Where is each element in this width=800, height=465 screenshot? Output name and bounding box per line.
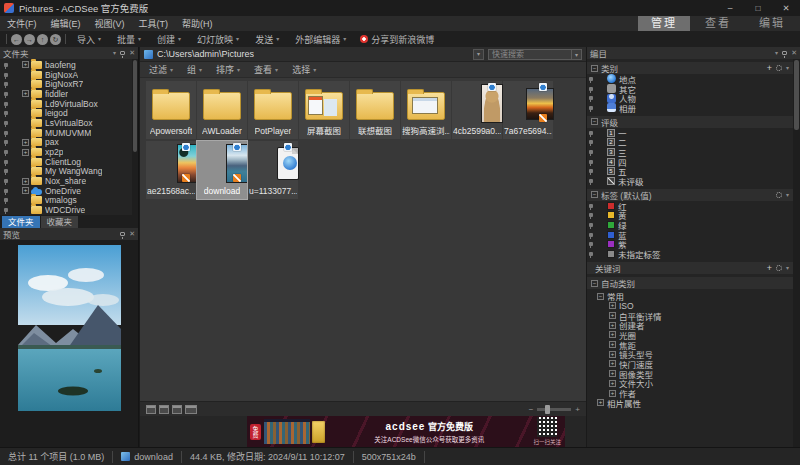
expand-icon[interactable]: + [609, 341, 616, 348]
easy-select-pin-icon[interactable] [589, 169, 593, 173]
collapse-icon[interactable]: − [591, 191, 598, 198]
easy-select-pin-icon[interactable] [589, 179, 593, 183]
preview-image[interactable] [18, 245, 121, 411]
toolbar-menu-button[interactable]: 批量 ▾ [109, 33, 149, 46]
auto-category-item[interactable]: + 白平衡详情 [587, 311, 793, 321]
photo-properties-item[interactable]: + 相片属性 [587, 398, 793, 408]
auto-category-item[interactable]: + 镜头型号 [587, 349, 793, 359]
expand-icon[interactable]: + [22, 61, 29, 68]
scrollbar-thumb[interactable] [794, 60, 799, 130]
folder-tree-item[interactable]: + ClientLog [0, 157, 138, 167]
expand-icon[interactable]: + [609, 390, 616, 397]
menu-item[interactable]: 文件(F) [0, 16, 44, 31]
zoom-slider-thumb[interactable] [545, 405, 550, 414]
easy-select-pin-icon[interactable] [4, 73, 8, 77]
easy-select-pin-icon[interactable] [589, 233, 593, 237]
menu-item[interactable]: 帮助(H) [175, 16, 220, 31]
easy-select-pin-icon[interactable] [4, 140, 8, 144]
toolbar-menu-button[interactable]: 创建 ▾ [149, 33, 189, 46]
folder-tree-item[interactable]: + MUMUVMM [0, 128, 138, 138]
folder-tree-item[interactable]: + Nox_share [0, 176, 138, 186]
thumbnails-view-icon[interactable] [159, 405, 169, 414]
minimize-icon[interactable]: – [716, 0, 744, 16]
expand-icon[interactable]: + [609, 302, 616, 309]
panel-menu-caret-icon[interactable]: ▾ [775, 50, 778, 56]
easy-select-pin-icon[interactable] [589, 213, 593, 217]
folder-tree-item[interactable]: + LsVirtualBox [0, 118, 138, 128]
catalog-scrollbar[interactable] [793, 59, 800, 447]
auto-hide-pin-icon[interactable] [782, 51, 787, 55]
mode-tab[interactable]: 编辑 [746, 16, 798, 31]
easy-select-pin-icon[interactable] [4, 92, 8, 96]
folder-tree-item[interactable]: + Ld9VirtualBox [0, 99, 138, 109]
share-weibo-button[interactable]: 分享到新浪微博 [354, 33, 440, 46]
easy-select-pin-icon[interactable] [4, 208, 8, 212]
nav-button-icon[interactable]: → [24, 34, 35, 45]
add-category-icon[interactable]: + [767, 64, 772, 73]
auto-category-item[interactable]: + 快门速度 [587, 359, 793, 369]
expand-icon[interactable]: + [609, 331, 616, 338]
collapse-icon[interactable]: − [591, 118, 598, 125]
preview-toggle-icon[interactable] [185, 405, 197, 414]
easy-select-pin-icon[interactable] [589, 242, 593, 246]
add-keyword-icon[interactable]: + [767, 264, 772, 273]
filter-menu-button[interactable]: 组 ▾ [187, 63, 202, 76]
file-tile[interactable]: Apowersoft [146, 81, 196, 139]
easy-select-pin-icon[interactable] [4, 160, 8, 164]
nav-button-icon[interactable]: ↑ [37, 34, 48, 45]
folder-tree-item[interactable]: + WDCDrive [0, 205, 138, 215]
expand-icon[interactable]: + [22, 187, 29, 194]
menu-item[interactable]: 工具(T) [132, 16, 176, 31]
category-item[interactable]: 人物 [587, 93, 793, 103]
menu-item[interactable]: 编辑(E) [44, 16, 88, 31]
folder-tree-item[interactable]: + OneDrive [0, 186, 138, 196]
easy-select-pin-icon[interactable] [4, 150, 8, 154]
expand-icon[interactable]: + [22, 90, 29, 97]
scrollbar-thumb[interactable] [133, 60, 137, 152]
quick-search-input[interactable] [489, 50, 571, 59]
folder-tree-item[interactable]: + baofeng [0, 60, 138, 70]
easy-select-pin-icon[interactable] [589, 150, 593, 154]
keywords-section-header[interactable]: 关键词 + ▾ [587, 262, 793, 274]
file-tile[interactable]: ae21568ac... [146, 141, 196, 199]
zoom-slider[interactable] [537, 408, 571, 411]
expand-icon[interactable]: + [609, 360, 616, 367]
file-tile[interactable]: 屏幕截图 [299, 81, 349, 139]
auto-categories-section-header[interactable]: − 自动类别 [587, 277, 793, 289]
auto-category-item[interactable]: + 文件大小 [587, 379, 793, 389]
zoom-out-icon[interactable]: − [529, 405, 534, 414]
easy-select-pin-icon[interactable] [589, 140, 593, 144]
menu-item[interactable]: 视图(V) [88, 16, 132, 31]
labels-settings-icon[interactable] [776, 192, 782, 198]
easy-select-pin-icon[interactable] [4, 169, 8, 173]
easy-select-pin-icon[interactable] [589, 87, 593, 91]
collapse-icon[interactable]: − [591, 65, 598, 72]
file-tile[interactable]: 联想截图 [350, 81, 400, 139]
folder-tree-item[interactable]: + BigNoxR7 [0, 79, 138, 89]
collapse-icon[interactable]: − [591, 280, 598, 287]
keywords-settings-icon[interactable] [776, 265, 782, 271]
expand-icon[interactable]: + [609, 312, 616, 319]
auto-hide-pin-icon[interactable] [120, 51, 125, 55]
auto-hide-pin-icon[interactable] [120, 232, 125, 236]
panel-close-icon[interactable]: ✕ [129, 49, 135, 57]
category-item[interactable]: 地点 [587, 74, 793, 84]
easy-select-pin-icon[interactable] [4, 131, 8, 135]
label-item[interactable]: 未指定标签 [587, 249, 793, 259]
auto-category-item[interactable]: + 光圈 [587, 330, 793, 340]
file-tile[interactable]: u=1133077... [248, 141, 298, 199]
category-item[interactable]: 其它 [587, 84, 793, 94]
mode-tab[interactable]: 查看 [692, 16, 744, 31]
filter-menu-button[interactable]: 查看 ▾ [254, 63, 278, 76]
promo-banner[interactable]: 免费 acdsee 官方免费版 关注ACDSee微信公众号获取更多资讯 扫一扫关… [247, 416, 565, 447]
file-tile[interactable]: 7a67e5694... [503, 81, 553, 139]
expand-icon[interactable]: + [22, 178, 29, 185]
easy-select-pin-icon[interactable] [4, 82, 8, 86]
easy-select-pin-icon[interactable] [589, 106, 593, 110]
toolbar-menu-button[interactable]: 幻灯放映 ▾ [189, 33, 247, 46]
categories-section-header[interactable]: − 类别 + ▾ [587, 62, 793, 74]
mode-tab[interactable]: 管理 [638, 16, 690, 31]
easy-select-pin-icon[interactable] [589, 160, 593, 164]
left-pane-tab[interactable]: 收藏夹 [41, 216, 79, 228]
file-tile[interactable]: 搜狗高速浏... [401, 81, 451, 139]
